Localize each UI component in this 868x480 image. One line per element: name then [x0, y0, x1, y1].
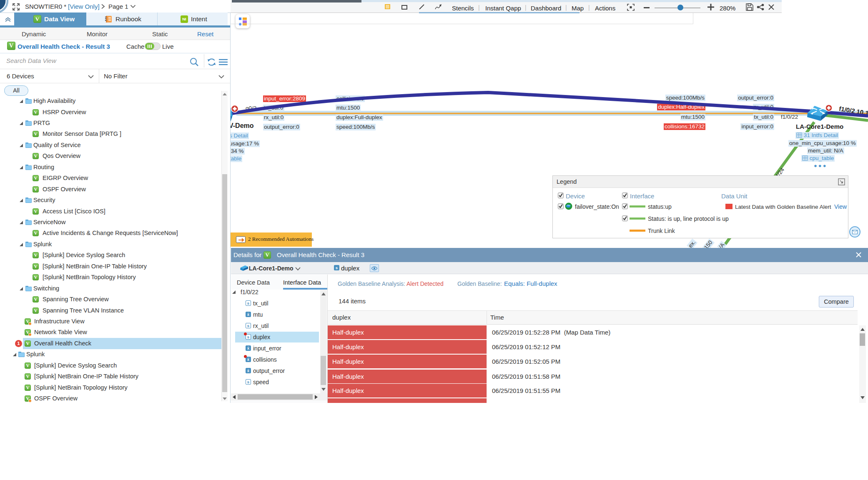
- svg-text:g0/2: g0/2: [246, 105, 256, 111]
